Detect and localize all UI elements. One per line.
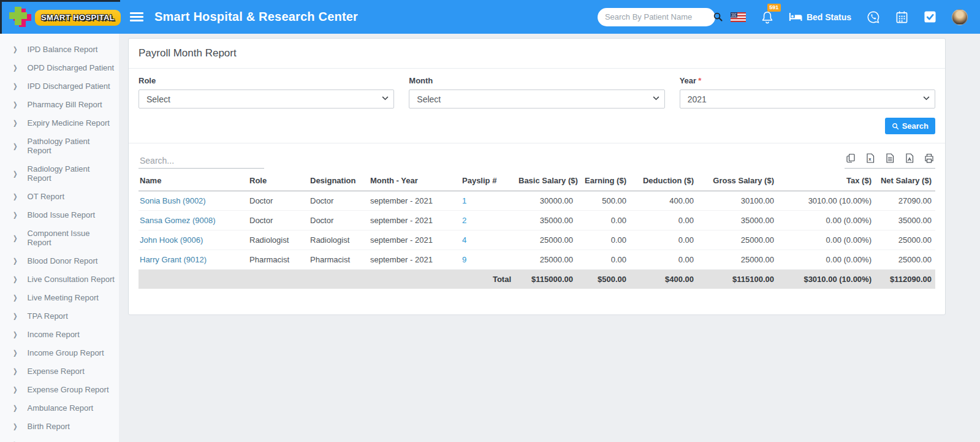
- sidebar-item-live-consultation-report[interactable]: ❯ Live Consultation Report: [0, 270, 119, 288]
- cell-tax: 0.00 (0.00%): [778, 231, 875, 250]
- sidebar-item-expiry-medicine-report[interactable]: ❯ Expiry Medicine Report: [0, 113, 119, 132]
- total-gross: $115100.00: [697, 270, 778, 289]
- sidebar-menu: ❯ IPD Balance Report ❯ OPD Discharged Pa…: [0, 34, 119, 442]
- sidebar-item-blood-issue-report[interactable]: ❯ Blood Issue Report: [0, 205, 119, 224]
- whatsapp-icon[interactable]: [867, 10, 880, 24]
- payslip-link[interactable]: 1: [462, 196, 466, 205]
- patient-search-input[interactable]: [605, 12, 713, 21]
- role-select[interactable]: Select: [139, 90, 394, 109]
- sidebar-item-death-report[interactable]: ❯ Death Report: [0, 435, 119, 442]
- column-header-designation[interactable]: Designation: [306, 170, 367, 191]
- app-logo[interactable]: SMART HOSPITAL: [0, 0, 120, 34]
- sidebar-item-expense-group-report[interactable]: ❯ Expense Group Report: [0, 380, 119, 398]
- total-deduction: $400.00: [630, 270, 697, 289]
- total-tax: $3010.00 (10.00%): [778, 270, 875, 289]
- cell-gross: 35000.00: [697, 211, 778, 231]
- main-content: Payroll Month Report Role Select Month: [119, 34, 980, 442]
- role-label: Role: [139, 76, 394, 85]
- column-header-earning[interactable]: Earning ($): [577, 170, 630, 191]
- cell-month_year: september - 2021: [367, 231, 458, 250]
- bed-icon: [789, 12, 802, 21]
- sidebar-item-ipd-balance-report[interactable]: ❯ IPD Balance Report: [0, 40, 119, 58]
- cell-role: Pharmacist: [246, 250, 306, 270]
- column-header-net-salary[interactable]: Net Salary ($): [875, 170, 935, 191]
- column-header-tax[interactable]: Tax ($): [778, 170, 875, 191]
- column-header-basic-salary[interactable]: Basic Salary ($): [515, 170, 577, 191]
- column-header-month-year[interactable]: Month - Year: [367, 170, 458, 191]
- total-label: Total: [458, 270, 515, 289]
- sidebar-item-birth-report[interactable]: ❯ Birth Report: [0, 417, 119, 435]
- sidebar-item-ot-report[interactable]: ❯ OT Report: [0, 187, 119, 205]
- month-select[interactable]: Select: [409, 90, 664, 109]
- chevron-right-icon: ❯: [13, 45, 18, 53]
- sidebar-item-blood-donor-report[interactable]: ❯ Blood Donor Report: [0, 251, 119, 270]
- calendar-icon[interactable]: [895, 10, 908, 24]
- cell-basic: 30000.00: [515, 191, 577, 211]
- total-earning: $500.00: [577, 270, 630, 289]
- csv-export-icon[interactable]: [885, 153, 895, 163]
- cell-deduction: 0.00: [630, 211, 697, 231]
- sidebar-item-pharmacy-bill-report[interactable]: ❯ Pharmacy Bill Report: [0, 95, 119, 113]
- pdf-export-icon[interactable]: [905, 153, 914, 163]
- sidebar-item-radiology-patient-report[interactable]: ❯ Radiology Patient Report: [0, 159, 119, 187]
- employee-link[interactable]: John Hook (9006): [140, 235, 203, 245]
- cell-tax: 0.00 (0.00%): [778, 211, 875, 231]
- table-row: John Hook (9006)RadiologistRadiologistse…: [139, 231, 935, 250]
- search-button[interactable]: Search: [885, 118, 935, 134]
- sidebar-item-income-report[interactable]: ❯ Income Report: [0, 325, 119, 343]
- table-header-row: NameRoleDesignationMonth - YearPayslip #…: [139, 170, 935, 191]
- chevron-right-icon: ❯: [13, 234, 18, 242]
- card-title: Payroll Month Report: [139, 47, 237, 59]
- top-header: SMART HOSPITAL Smart Hospital & Research…: [0, 0, 980, 34]
- sidebar-item-ambulance-report[interactable]: ❯ Ambulance Report: [0, 398, 119, 417]
- cell-tax: 0.00 (0.00%): [778, 250, 875, 270]
- search-icon[interactable]: [713, 12, 723, 22]
- table-search-input[interactable]: [139, 153, 264, 169]
- page-title: Smart Hospital & Research Center: [154, 10, 358, 24]
- cell-month_year: september - 2021: [367, 211, 458, 231]
- sidebar-item-ipd-discharged-patient[interactable]: ❯ IPD Discharged Patient: [0, 77, 119, 95]
- print-export-icon[interactable]: [924, 153, 934, 163]
- us-flag-icon[interactable]: [731, 12, 746, 22]
- hospital-plus-icon: [9, 7, 31, 29]
- bell-icon[interactable]: 591: [761, 10, 773, 24]
- column-header-gross-salary[interactable]: Gross Salary ($): [697, 170, 778, 191]
- column-header-deduction[interactable]: Deduction ($): [630, 170, 697, 191]
- sidebar-item-income-group-report[interactable]: ❯ Income Group Report: [0, 343, 119, 362]
- logo-text: SMART HOSPITAL: [35, 10, 121, 26]
- svg-text:x: x: [868, 156, 872, 162]
- column-header-role[interactable]: Role: [246, 170, 306, 191]
- payslip-link[interactable]: 4: [462, 235, 466, 245]
- sidebar-item-component-issue-report[interactable]: ❯ Component Issue Report: [0, 224, 119, 251]
- menu-icon[interactable]: [130, 10, 143, 24]
- chevron-right-icon: ❯: [13, 367, 18, 375]
- column-header-name[interactable]: Name: [139, 170, 246, 191]
- payslip-link[interactable]: 2: [462, 216, 466, 225]
- year-select[interactable]: 2021: [680, 90, 935, 109]
- chevron-right-icon: ❯: [13, 169, 18, 177]
- sidebar-item-tpa-report[interactable]: ❯ TPA Report: [0, 307, 119, 325]
- column-header-payslip[interactable]: Payslip #: [458, 170, 515, 191]
- chevron-right-icon: ❯: [13, 192, 18, 200]
- user-avatar[interactable]: [952, 9, 968, 25]
- employee-link[interactable]: Sansa Gomez (9008): [140, 216, 216, 225]
- sidebar-item-live-meeting-report[interactable]: ❯ Live Meeting Report: [0, 288, 119, 307]
- cell-role: Radiologist: [246, 231, 306, 250]
- payslip-link[interactable]: 9: [462, 255, 466, 264]
- payroll-table: NameRoleDesignationMonth - YearPayslip #…: [139, 170, 935, 289]
- cell-earning: 0.00: [577, 211, 630, 231]
- employee-link[interactable]: Sonia Bush (9002): [140, 196, 206, 205]
- employee-link[interactable]: Harry Grant (9012): [140, 255, 207, 264]
- copy-export-icon[interactable]: [846, 153, 856, 163]
- sidebar-item-expense-report[interactable]: ❯ Expense Report: [0, 362, 119, 380]
- cell-earning: 500.00: [577, 191, 630, 211]
- excel-export-icon[interactable]: x: [865, 153, 875, 163]
- sidebar-item-pathology-patient-report[interactable]: ❯ Pathology Patient Report: [0, 132, 119, 159]
- sidebar-item-opd-discharged-patient[interactable]: ❯ OPD Discharged Patient: [0, 58, 119, 77]
- total-basic: $115000.00: [515, 270, 577, 289]
- chevron-right-icon: ❯: [13, 275, 18, 283]
- task-check-icon[interactable]: [924, 10, 936, 23]
- cell-earning: 0.00: [577, 231, 630, 250]
- bed-status-button[interactable]: Bed Status: [789, 12, 851, 22]
- cell-deduction: 0.00: [630, 250, 697, 270]
